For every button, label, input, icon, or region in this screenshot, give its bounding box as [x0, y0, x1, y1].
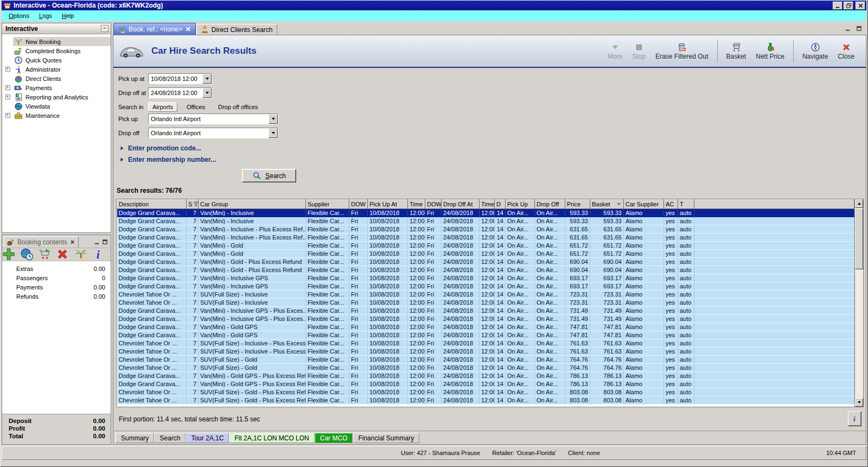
- table-row[interactable]: Dodge Grand Carava...7Van(Mini) - GoldFl…: [117, 242, 854, 250]
- column-header-pick-up[interactable]: Pick Up: [506, 200, 535, 209]
- column-header-dow[interactable]: DOW: [349, 200, 368, 209]
- table-row[interactable]: Chevrolet Tahoe Or ...7SUV(Full Size) - …: [117, 339, 854, 348]
- column-header-time[interactable]: Time: [480, 200, 495, 209]
- pick-up-at-field[interactable]: 10/08/2018 12:00: [148, 73, 212, 84]
- sidebar-item-completed-bookings[interactable]: Completed Bookings: [2, 46, 111, 55]
- basket-button[interactable]: Basket: [723, 41, 750, 61]
- minimize-panel-button[interactable]: [93, 238, 101, 245]
- menu-help[interactable]: Help: [57, 11, 79, 20]
- membership-number-expander[interactable]: Enter membership number...: [120, 156, 216, 163]
- table-row[interactable]: Chevrolet Tahoe Or ...7SUV(Full Size) - …: [117, 364, 854, 372]
- search-button[interactable]: Search: [242, 169, 296, 182]
- maximize-panel-button[interactable]: [101, 238, 109, 245]
- vertical-scrollbar[interactable]: [854, 199, 863, 407]
- search-in-option-drop-off-offices[interactable]: Drop off offices: [214, 103, 262, 111]
- column-header-price[interactable]: Price: [565, 200, 590, 209]
- erase-filtered-out-button[interactable]: Erase Filtered Out: [652, 41, 712, 61]
- menu-options[interactable]: Options: [4, 11, 34, 20]
- sidebar-item-maintenance[interactable]: +Maintenance: [2, 111, 111, 120]
- table-row[interactable]: Dodge Grand Carava...7Van(Mini) - Inclus…: [117, 307, 854, 315]
- delete-button[interactable]: [56, 248, 69, 261]
- column-header-s[interactable]: S: [187, 200, 199, 209]
- table-row[interactable]: Dodge Grand Carava...7Van(Mini) - Inclus…: [117, 217, 854, 225]
- drop-off-field[interactable]: Orlando Intl Airport: [148, 128, 278, 138]
- tab-book-ref-none[interactable]: Book. ref.: <none>✕: [113, 23, 196, 35]
- table-row[interactable]: Dodge Grand Carava...7Van(Mini) - Gold -…: [117, 266, 854, 274]
- table-row[interactable]: Dodge Grand Carava...7Van(Mini) - Inclus…: [117, 315, 854, 323]
- bottom-tab-car-mco[interactable]: Car MCO: [315, 433, 353, 443]
- info-button[interactable]: i: [92, 248, 105, 261]
- table-row[interactable]: Dodge Grand Carava...7Van(Mini) - Gold G…: [117, 380, 854, 388]
- sidebar-item-reporting-and-analytics[interactable]: +Reporting and Analytics: [2, 92, 111, 102]
- expand-icon[interactable]: +: [5, 94, 10, 99]
- scroll-up-icon[interactable]: [855, 199, 863, 208]
- bottom-tab-search[interactable]: Search: [154, 433, 186, 443]
- bottom-tab-summary[interactable]: Summary: [116, 433, 154, 443]
- table-row[interactable]: Chevrolet Tahoe Or ...7SUV(Full Size) - …: [117, 299, 854, 307]
- column-header-t[interactable]: T: [678, 200, 694, 209]
- restore-button[interactable]: [844, 2, 853, 10]
- column-header-ac[interactable]: AC: [664, 200, 678, 209]
- bottom-tab-tour-2a-1c[interactable]: Tour 2A,1C: [186, 433, 229, 443]
- maximize-panel-button[interactable]: [855, 24, 863, 32]
- sidebar-item-new-booking[interactable]: New Booking: [2, 37, 111, 46]
- palm-button[interactable]: [74, 248, 87, 261]
- booking-contents-tab[interactable]: Booking contents ×: [4, 236, 79, 248]
- close-button[interactable]: Close: [834, 41, 858, 61]
- pick-up-dropdown-icon[interactable]: [269, 114, 278, 124]
- expand-icon[interactable]: +: [5, 67, 10, 72]
- table-row[interactable]: Chevrolet Tahoe Or ...7SUV(Full Size) - …: [117, 396, 854, 405]
- column-header-car-supplier[interactable]: Car Supplier: [624, 200, 664, 209]
- column-header-drop-off[interactable]: Drop Off: [535, 200, 565, 209]
- column-header-d[interactable]: D: [495, 200, 506, 209]
- scroll-down-icon[interactable]: [855, 398, 863, 407]
- expand-icon[interactable]: +: [5, 85, 10, 90]
- column-header-dow[interactable]: DOW: [425, 200, 442, 209]
- drop-off-at-dropdown-icon[interactable]: [202, 88, 212, 98]
- table-row[interactable]: Dodge Grand Carava...7Van(Mini) - Gold -…: [117, 258, 854, 266]
- column-header-basket[interactable]: Basket: [590, 200, 624, 209]
- drop-off-dropdown-icon[interactable]: [269, 128, 278, 138]
- minimize-panel-button[interactable]: [844, 24, 852, 32]
- table-row[interactable]: Chevrolet Tahoe Or ...7SUV(Full Size) - …: [117, 291, 854, 299]
- table-row[interactable]: Dodge Grand Carava...7Van(Mini) - Inclus…: [117, 225, 854, 234]
- minimize-button[interactable]: [833, 2, 843, 10]
- table-row[interactable]: Dodge Grand Carava...7Van(Mini) - GoldFl…: [117, 250, 854, 258]
- bottom-tab-financial-summary[interactable]: Financial Summary: [353, 433, 419, 443]
- table-row[interactable]: Chevrolet Tahoe Or ...7SUV(Full Size) - …: [117, 356, 854, 364]
- table-row[interactable]: Dodge Grand Carava...7Van(Mini) - Inclus…: [117, 274, 854, 282]
- info-button[interactable]: i: [848, 411, 861, 426]
- column-header-description[interactable]: Description: [117, 200, 187, 209]
- sidebar-item-viewdata[interactable]: Viewdata: [2, 102, 111, 111]
- sidebar-item-direct-clients[interactable]: Direct Clients: [2, 74, 111, 83]
- expand-icon[interactable]: +: [5, 113, 10, 118]
- table-row[interactable]: Dodge Grand Carava...7Van(Mini) - Gold G…: [117, 372, 854, 380]
- column-header-drop-off-at[interactable]: Drop Off At: [442, 200, 480, 209]
- column-header-car-group[interactable]: Car Group: [199, 200, 306, 209]
- column-header-pick-up-at[interactable]: Pick Up At: [368, 200, 408, 209]
- search-in-option-offices[interactable]: Offices: [183, 103, 209, 111]
- table-row[interactable]: Chevrolet Tahoe Or ...7SUV(Full Size) - …: [117, 348, 854, 356]
- collapse-panel-button[interactable]: −: [101, 25, 108, 32]
- table-row[interactable]: Dodge Grand Carava...7Van(Mini) - Inclus…: [117, 282, 854, 291]
- cart-add-button[interactable]: [38, 248, 51, 261]
- quote-button[interactable]: [20, 248, 33, 261]
- pick-up-at-dropdown-icon[interactable]: [202, 74, 212, 84]
- table-row[interactable]: Dodge Grand Carava...7Van(Mini) - Gold G…: [117, 331, 854, 339]
- table-row[interactable]: Chevrolet Tahoe Or ...7SUV(Full Size) - …: [117, 388, 854, 396]
- tab-direct-clients-search[interactable]: Direct Clients Search: [196, 24, 277, 35]
- column-header-time[interactable]: Time: [408, 200, 425, 209]
- navigate-button[interactable]: Navigate: [799, 41, 832, 61]
- sidebar-item-administrator[interactable]: +Administrator: [2, 65, 111, 74]
- table-row[interactable]: Dodge Grand Carava...7Van(Mini) - Gold G…: [117, 323, 854, 331]
- promotion-code-expander[interactable]: Enter promotion code...: [120, 144, 201, 152]
- sidebar-item-quick-quotes[interactable]: Quick Quotes: [2, 55, 111, 65]
- add-button[interactable]: [2, 248, 15, 261]
- pick-up-field[interactable]: Orlando Intl Airport: [148, 113, 278, 124]
- column-header-supplier[interactable]: Supplier: [306, 200, 349, 209]
- bottom-tab-flt-2a-1c-lon-mco-lon[interactable]: Flt 2A,1C LON MCO LON: [229, 433, 314, 443]
- close-window-button[interactable]: [856, 2, 865, 10]
- table-row[interactable]: Dodge Grand Carava...7Van(Mini) - Inclus…: [117, 209, 854, 217]
- drop-off-at-field[interactable]: 24/08/2018 12:00: [148, 87, 212, 98]
- nett-price-button[interactable]: Nett Price: [752, 41, 788, 61]
